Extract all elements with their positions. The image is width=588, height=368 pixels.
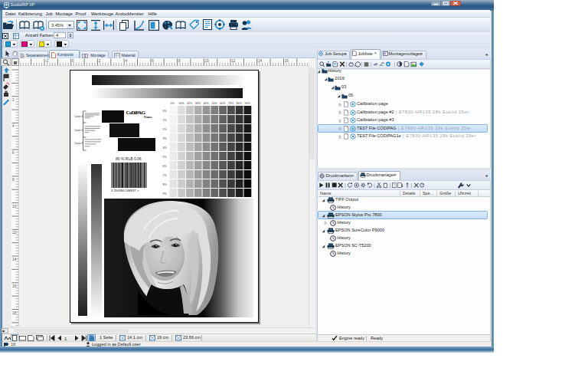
- svg-text:4: 4: [12, 124, 15, 128]
- svg-text:7%: 7%: [162, 174, 167, 177]
- svg-text:50%: 50%: [211, 102, 217, 105]
- svg-text:14: 14: [12, 258, 17, 261]
- svg-text:60%: 60%: [220, 102, 226, 105]
- svg-text:-2: -2: [45, 59, 49, 63]
- svg-text:8: 8: [178, 59, 180, 63]
- svg-text:18: 18: [12, 311, 17, 315]
- svg-text:0: 0: [72, 59, 74, 63]
- svg-text:14: 14: [258, 59, 263, 63]
- svg-text:70%: 70%: [228, 102, 234, 105]
- svg-text:2: 2: [12, 98, 15, 102]
- svg-text:20%: 20%: [187, 102, 193, 105]
- svg-text:12: 12: [231, 59, 236, 63]
- svg-text:3 250390 148937 >: 3 250390 148937 >: [111, 189, 139, 192]
- svg-text:3%: 3%: [162, 137, 167, 140]
- svg-text:6: 6: [12, 151, 15, 155]
- svg-text:90%: 90%: [244, 102, 250, 105]
- svg-text:10%: 10%: [178, 102, 185, 105]
- svg-text:2%: 2%: [162, 128, 167, 131]
- svg-text:5%: 5%: [162, 156, 167, 159]
- svg-text:40%: 40%: [203, 102, 209, 105]
- svg-text:9%: 9%: [162, 192, 167, 196]
- svg-text:0%: 0%: [162, 110, 167, 113]
- svg-text:16: 16: [12, 284, 17, 288]
- svg-text:12: 12: [12, 231, 17, 235]
- svg-text:1%: 1%: [162, 119, 167, 122]
- svg-text:80%: 80%: [236, 102, 242, 105]
- svg-text:10: 10: [204, 59, 209, 63]
- svg-text:2: 2: [98, 59, 100, 63]
- svg-text:4%: 4%: [162, 146, 167, 150]
- svg-text:16: 16: [284, 59, 289, 63]
- svg-text:4: 4: [125, 59, 127, 63]
- svg-text:10: 10: [12, 205, 17, 209]
- svg-text:30%: 30%: [194, 102, 201, 105]
- svg-text:6: 6: [152, 59, 154, 63]
- svg-text:8%: 8%: [162, 183, 167, 186]
- svg-text:0%: 0%: [170, 102, 175, 105]
- svg-text:6%: 6%: [162, 165, 167, 168]
- svg-text:8: 8: [12, 178, 15, 182]
